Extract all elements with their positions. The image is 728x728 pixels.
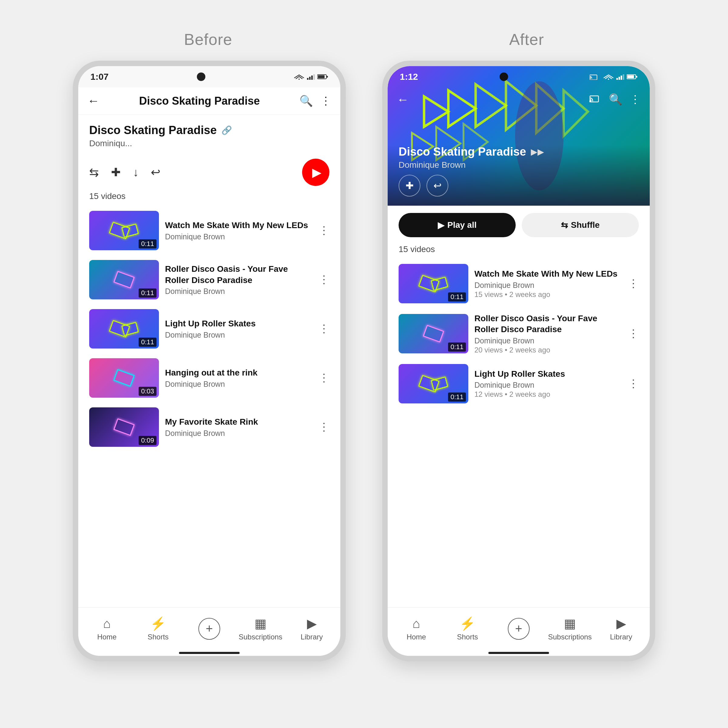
playlist-title: Disco Skating Paradise (89, 124, 217, 137)
svg-rect-7 (327, 76, 328, 78)
svg-rect-6 (318, 75, 324, 78)
neon-shape-7 (113, 369, 135, 387)
svg-rect-17 (636, 76, 637, 78)
create-icon-before[interactable]: + (198, 618, 220, 640)
video-more-3-after[interactable]: ⋮ (628, 377, 639, 390)
video-meta-3-after: 12 views • 2 weeks ago (474, 390, 622, 399)
play-all-button[interactable]: ▶ Play all (399, 213, 515, 237)
video-thumb-3-after[interactable]: 0:11 (399, 364, 468, 404)
back-icon-before[interactable]: ← (87, 94, 99, 108)
share-icon[interactable]: ↩ (151, 166, 161, 179)
more-icon-after[interactable]: ⋮ (630, 93, 641, 106)
nav-library-before[interactable]: ▶ Library (286, 616, 337, 641)
video-item-4-before: 0:03 Hanging out at the rink Dominique B… (78, 353, 340, 402)
shuffle-label: Shuffle (571, 220, 600, 230)
cast-topbar-icon[interactable] (589, 95, 601, 104)
nav-subscriptions-after[interactable]: ▦ Subscriptions (544, 616, 595, 641)
back-icon-after[interactable]: ← (397, 93, 409, 107)
link-icon: 🔗 (222, 125, 232, 135)
video-list-before: 0:11 Watch Me Skate With My New LEDs Dom… (78, 206, 340, 607)
neon-shape-3 (113, 271, 135, 289)
video-title-2-after: Roller Disco Oasis - Your Fave Roller Di… (474, 313, 622, 335)
video-info-2-before: Roller Disco Oasis - Your Fave Roller Di… (165, 264, 312, 296)
video-info-3-before: Light Up Roller Skates Dominique Brown (165, 318, 312, 339)
video-more-1-after[interactable]: ⋮ (628, 277, 639, 290)
hero-author: Dominique Brown (399, 160, 639, 170)
svg-rect-4 (314, 74, 315, 80)
video-more-2-after[interactable]: ⋮ (628, 327, 639, 340)
nav-shorts-after[interactable]: ⚡ Shorts (442, 616, 493, 641)
download-icon[interactable]: ↓ (133, 166, 139, 179)
neon-shape-9 (113, 418, 135, 436)
video-thumb-5-before[interactable]: 0:09 (89, 407, 159, 447)
nav-shorts-before[interactable]: ⚡ Shorts (133, 616, 184, 641)
subscriptions-icon-before: ▦ (254, 616, 267, 631)
video-more-4-before[interactable]: ⋮ (318, 372, 329, 384)
video-count-after: 15 videos (388, 242, 650, 259)
video-thumb-2-before[interactable]: 0:11 (89, 260, 159, 300)
shuffle-button[interactable]: ⇆ Shuffle (522, 213, 639, 237)
video-title-5-before: My Favorite Skate Rink (165, 416, 312, 427)
home-bar-before (179, 652, 240, 654)
video-title-1-before: Watch Me Skate With My New LEDs (165, 220, 312, 231)
video-info-2-after: Roller Disco Oasis - Your Fave Roller Di… (474, 313, 622, 354)
status-icons-after (590, 74, 638, 80)
hero-add-btn[interactable]: ✚ (399, 175, 421, 197)
playlist-header: Disco Skating Paradise 🔗 Dominiqu... (78, 115, 340, 151)
top-bar-icons-after: 🔍 ⋮ (589, 93, 641, 106)
video-thumb-2-after[interactable]: 0:11 (399, 314, 468, 353)
video-more-1-before[interactable]: ⋮ (318, 224, 329, 237)
video-meta-2-after: 20 views • 2 weeks ago (474, 346, 622, 354)
video-title-3-before: Light Up Roller Skates (165, 318, 312, 329)
search-icon-before[interactable]: 🔍 (300, 95, 313, 107)
nav-home-before[interactable]: ⌂ Home (81, 616, 133, 641)
play-all-icon: ▶ (438, 220, 444, 230)
camera-cutout-after (500, 72, 508, 81)
library-icon-before: ▶ (307, 616, 317, 631)
hero-shuffle-icon[interactable]: ▶▶ (531, 147, 544, 157)
video-thumb-1-after[interactable]: 0:11 (399, 264, 468, 303)
play-fab[interactable]: ▶ (302, 159, 329, 186)
nav-create-after[interactable]: + (493, 618, 544, 640)
video-duration-3-after: 0:11 (448, 393, 466, 402)
nav-library-after[interactable]: ▶ Library (595, 616, 647, 641)
create-icon-after[interactable]: + (508, 618, 530, 640)
status-time-after: 1:12 (400, 72, 418, 82)
search-icon-after[interactable]: 🔍 (609, 93, 622, 106)
more-icon-before[interactable]: ⋮ (320, 95, 331, 107)
before-phone: 1:07 (73, 61, 346, 661)
video-thumb-4-before[interactable]: 0:03 (89, 358, 159, 398)
home-indicator-before (78, 650, 340, 656)
signal-icon-after (616, 74, 624, 80)
video-duration-3-before: 0:11 (139, 338, 156, 347)
play-shuffle-row: ▶ Play all ⇆ Shuffle (388, 206, 650, 242)
camera-cutout-before (197, 72, 205, 81)
svg-rect-2 (309, 77, 310, 80)
battery-icon-before (317, 74, 328, 80)
video-thumb-3-before[interactable]: 0:11 (89, 309, 159, 349)
video-channel-3-after: Dominique Brown (474, 381, 622, 390)
video-thumb-1-before[interactable]: 0:11 (89, 211, 159, 250)
svg-point-0 (298, 78, 300, 80)
status-time-before: 1:07 (90, 72, 109, 82)
shuffle-icon[interactable]: ⇆ (89, 166, 99, 179)
status-icons-before (294, 74, 328, 80)
svg-rect-16 (627, 75, 634, 78)
video-channel-4-before: Dominique Brown (165, 380, 312, 388)
video-more-5-before[interactable]: ⋮ (318, 421, 329, 433)
video-channel-5-before: Dominique Brown (165, 429, 312, 438)
video-more-3-before[interactable]: ⋮ (318, 323, 329, 335)
video-item-1-before: 0:11 Watch Me Skate With My New LEDs Dom… (78, 206, 340, 255)
video-more-2-before[interactable]: ⋮ (318, 273, 329, 286)
hero-share-btn[interactable]: ↩ (427, 175, 448, 197)
phones-row: 1:07 (73, 61, 655, 661)
nav-create-before[interactable]: + (184, 618, 235, 640)
shorts-icon-after: ⚡ (460, 616, 475, 631)
nav-home-after[interactable]: ⌂ Home (391, 616, 442, 641)
video-count-before: 15 videos (78, 189, 340, 206)
top-bar-title-before: Disco Skating Paradise (106, 95, 293, 107)
top-bar-before: ← Disco Skating Paradise 🔍 ⋮ (78, 87, 340, 115)
add-playlist-icon[interactable]: ✚ (111, 166, 121, 179)
nav-subscriptions-before[interactable]: ▦ Subscriptions (235, 616, 286, 641)
bottom-nav-after: ⌂ Home ⚡ Shorts + ▦ Subscriptions (388, 607, 650, 650)
